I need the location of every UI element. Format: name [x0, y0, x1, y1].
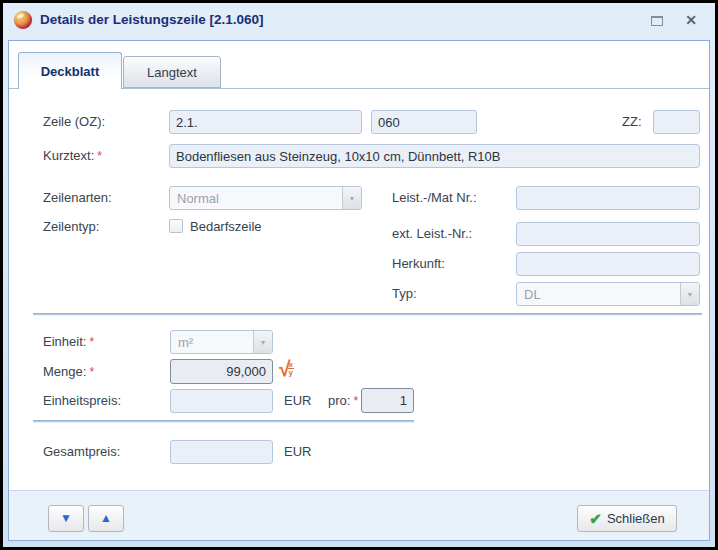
dialog-window: Details der Leistungszeile [2.1.060] ✕ L… — [0, 0, 718, 550]
zeilenarten-select[interactable]: Normal ▼ — [169, 186, 362, 210]
zeilenarten-label: Zeilenarten: — [43, 190, 112, 205]
chevron-down-icon[interactable]: ▼ — [253, 331, 272, 353]
chevron-down-icon[interactable]: ▼ — [680, 283, 699, 305]
formula-y: y — [288, 369, 294, 376]
pro-label: pro:* — [328, 393, 358, 408]
herkunft-label: Herkunft: — [392, 256, 445, 271]
einheitspreis-input[interactable] — [170, 389, 273, 413]
close-button[interactable]: ✕ — [681, 10, 701, 30]
kurztext-label: Kurztext:* — [43, 148, 102, 163]
formula-quantity-icon[interactable]: √xy — [279, 358, 294, 380]
tab-langtext[interactable]: Langtext — [123, 56, 221, 88]
ext-leist-nr-input[interactable] — [516, 222, 700, 246]
kurztext-required-mark: * — [97, 149, 102, 163]
zeilenarten-value: Normal — [177, 191, 219, 206]
maximize-button[interactable] — [647, 13, 667, 29]
typ-select[interactable]: DL ▼ — [516, 282, 700, 306]
herkunft-input[interactable] — [516, 252, 700, 276]
title-bar[interactable]: Details der Leistungszeile [2.1.060] ✕ — [3, 3, 715, 37]
window-title: Details der Leistungszeile [2.1.060] — [40, 12, 264, 27]
dropdown-arrow-glyph: ▼ — [687, 291, 694, 298]
section-divider-top — [33, 313, 702, 315]
dropdown-arrow-glyph: ▼ — [349, 195, 356, 202]
bedarfszeile-checkbox[interactable] — [169, 219, 183, 233]
app-logo-icon — [14, 11, 32, 29]
kurztext-input[interactable] — [169, 144, 700, 168]
tab-deckblatt[interactable]: Deckblatt — [18, 52, 122, 89]
chevron-down-icon[interactable]: ▼ — [342, 187, 361, 209]
arrow-up-icon: ▲ — [100, 511, 112, 525]
check-icon: ✔ — [589, 510, 602, 528]
gesamtpreis-input[interactable] — [170, 440, 273, 464]
section-divider-bottom — [33, 420, 414, 422]
move-down-button[interactable]: ▼ — [48, 505, 84, 532]
pro-label-text: pro: — [328, 393, 350, 408]
menge-label-text: Menge: — [43, 364, 86, 379]
zz-input[interactable] — [653, 110, 700, 134]
zeile-oz-label: Zeile (OZ): — [43, 114, 105, 129]
typ-label: Typ: — [392, 286, 417, 301]
leist-mat-nr-input[interactable] — [516, 186, 700, 210]
dropdown-arrow-glyph: ▼ — [260, 339, 267, 346]
schliessen-button[interactable]: ✔ Schließen — [577, 505, 677, 532]
zeilentyp-label: Zeilentyp: — [43, 219, 99, 234]
einheitspreis-currency-label: EUR — [284, 393, 311, 408]
einheit-value: m² — [178, 335, 193, 350]
einheit-select[interactable]: m² ▼ — [170, 330, 273, 354]
pro-input[interactable] — [361, 388, 414, 413]
gesamtpreis-currency-label: EUR — [284, 444, 311, 459]
menge-input[interactable] — [170, 359, 273, 384]
bedarfszeile-label: Bedarfszeile — [190, 219, 262, 234]
schliessen-label: Schließen — [607, 511, 665, 526]
einheitspreis-label: Einheitspreis: — [43, 393, 121, 408]
zz-label: ZZ: — [622, 114, 642, 129]
typ-value: DL — [524, 287, 541, 302]
oz-part2-input[interactable] — [371, 110, 477, 134]
menge-label: Menge:* — [43, 364, 94, 379]
arrow-down-icon: ▼ — [60, 511, 72, 525]
maximize-icon — [651, 16, 663, 26]
menge-required-mark: * — [89, 365, 94, 379]
ext-leist-nr-label: ext. Leist.-Nr.: — [392, 226, 472, 241]
move-up-button[interactable]: ▲ — [88, 505, 124, 532]
pro-required-mark: * — [353, 394, 358, 408]
einheit-required-mark: * — [89, 335, 94, 349]
einheit-label: Einheit:* — [43, 334, 94, 349]
formula-fraction: xy — [288, 361, 294, 376]
gesamtpreis-label: Gesamtpreis: — [43, 444, 120, 459]
oz-part1-input[interactable] — [169, 110, 362, 134]
einheit-label-text: Einheit: — [43, 334, 86, 349]
kurztext-label-text: Kurztext: — [43, 148, 94, 163]
leist-mat-nr-label: Leist.-/Mat Nr.: — [392, 190, 477, 205]
